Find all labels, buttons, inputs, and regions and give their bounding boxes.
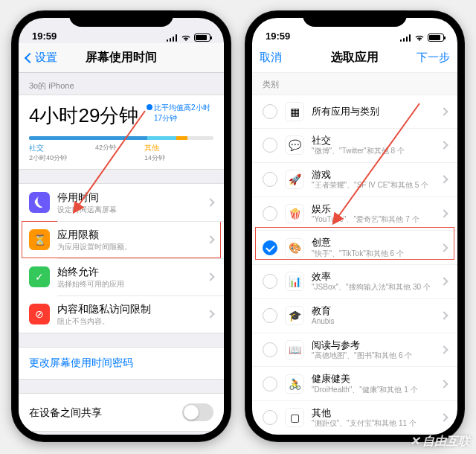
chevron-right-icon <box>440 107 448 115</box>
settings-row[interactable]: ⏾ 停用时间设定时间远离屏幕 <box>19 184 224 221</box>
category-title: 健康健美 <box>312 373 434 385</box>
nav-bar: 设置 屏幕使用时间 <box>19 43 224 73</box>
checkbox[interactable] <box>263 410 277 425</box>
clock: 19:59 <box>266 31 290 42</box>
badge-dot-icon <box>147 104 152 110</box>
chevron-right-icon <box>206 310 214 318</box>
category-row[interactable]: 🍿 娱乐"YouTube"、"爱奇艺"和其他 7 个 <box>252 196 457 231</box>
legend-value: 2小时40分钟 <box>29 153 67 163</box>
category-subtitle: "快手"、"TikTok"和其他 6 个 <box>312 249 434 259</box>
legend-label: 社交 <box>29 143 67 153</box>
chevron-left-icon <box>25 52 35 63</box>
checkbox[interactable] <box>263 138 277 153</box>
checkbox[interactable] <box>263 274 277 289</box>
category-subtitle: "JSBox"、"搜狗输入法"和其他 30 个 <box>312 283 434 292</box>
category-row[interactable]: 🎓 教育Anubis <box>252 298 457 333</box>
row-title: 应用限额 <box>57 228 200 241</box>
category-title: 其他 <box>312 407 434 419</box>
chevron-right-icon <box>206 235 214 243</box>
nav-bar: 取消 选取应用 下一步 <box>252 43 457 73</box>
category-icon: 🚴 <box>285 374 304 394</box>
chevron-right-icon <box>206 272 214 281</box>
category-row[interactable]: ▦ 所有应用与类别 <box>252 95 457 128</box>
share-toggle[interactable] <box>182 403 213 421</box>
category-row[interactable]: 📖 阅读与参考"高德地图"、"图书"和其他 6 个 <box>252 333 457 367</box>
usage-summary[interactable]: 4小时29分钟 比平均值高2小时17分钟 社交2小时40分钟42分钟其他14分钟 <box>19 95 224 170</box>
device-owner: 3o的 iPhone <box>19 73 224 95</box>
change-passcode-link[interactable]: 更改屏幕使用时间密码 <box>19 347 224 380</box>
category-title: 娱乐 <box>312 203 434 215</box>
category-row[interactable]: 💬 社交"微博"、"Twitter"和其他 8 个 <box>252 128 457 162</box>
category-icon: 📖 <box>285 340 304 359</box>
category-icon: 💬 <box>285 135 304 155</box>
legend-item: 42分钟 <box>95 143 116 163</box>
category-title: 所有应用与类别 <box>312 106 434 118</box>
checkbox[interactable] <box>263 104 277 119</box>
legend-item: 社交2小时40分钟 <box>29 143 67 163</box>
category-subtitle: "YouTube"、"爱奇艺"和其他 7 个 <box>312 215 434 225</box>
usage-legend: 社交2小时40分钟42分钟其他14分钟 <box>29 143 213 163</box>
category-icon: ▦ <box>285 102 304 121</box>
row-icon: ✓ <box>29 266 50 287</box>
checkbox[interactable] <box>263 377 277 391</box>
wifi-icon <box>181 34 191 42</box>
checkbox[interactable] <box>263 172 277 187</box>
category-subtitle: Anubis <box>312 317 434 327</box>
content-scroll[interactable]: 3o的 iPhone 4小时29分钟 比平均值高2小时17分钟 社交2小时40分… <box>19 73 224 435</box>
category-subtitle: "高德地图"、"图书"和其他 6 个 <box>312 351 434 361</box>
chevron-right-icon <box>440 345 448 354</box>
legend-label: 其他 <box>144 143 165 153</box>
category-icon: 🚀 <box>285 170 304 189</box>
checkbox[interactable] <box>263 240 277 255</box>
watermark: ✕ 自由互联 <box>410 434 470 450</box>
compare-badge: 比平均值高2小时17分钟 <box>147 103 213 124</box>
total-time: 4小时29分钟 <box>29 103 138 129</box>
phone-right: 19:59 取消 选取应用 下一步 类别 ▦ 所有应用与类别 💬 社交"微博"、… <box>245 10 465 442</box>
chevron-right-icon <box>440 278 448 286</box>
category-title: 社交 <box>312 135 434 147</box>
signal-icon <box>400 34 411 42</box>
back-label: 设置 <box>35 51 57 65</box>
row-icon: ⏾ <box>29 192 50 213</box>
battery-icon <box>428 33 444 42</box>
category-subtitle: "微博"、"Twitter"和其他 8 个 <box>312 147 434 156</box>
notch <box>303 10 407 27</box>
screen-left: 19:59 设置 屏幕使用时间 3o的 iPhone 4小时29分钟 <box>19 18 224 435</box>
row-icon: ⊘ <box>29 304 50 324</box>
next-button[interactable]: 下一步 <box>405 51 450 65</box>
row-title: 始终允许 <box>57 265 200 278</box>
category-title: 创意 <box>312 237 434 249</box>
chevron-right-icon <box>440 209 448 217</box>
category-row[interactable]: 📊 效率"JSBox"、"搜狗输入法"和其他 30 个 <box>252 264 457 298</box>
category-subtitle: "王者荣耀"、"SF IV CE"和其他 5 个 <box>312 181 434 191</box>
category-icon: 🎨 <box>285 238 304 258</box>
share-row[interactable]: 在设备之间共享 <box>19 394 224 431</box>
back-button[interactable]: 设置 <box>26 51 71 65</box>
row-subtitle: 阻止不当内容。 <box>57 316 200 326</box>
chevron-right-icon <box>440 311 448 319</box>
category-row[interactable]: 🎨 创意"快手"、"TikTok"和其他 6 个 <box>252 230 457 264</box>
row-subtitle: 选择始终可用的应用 <box>57 279 200 289</box>
category-row[interactable]: 🚀 游戏"王者荣耀"、"SF IV CE"和其他 5 个 <box>252 162 457 196</box>
category-subtitle: "测距仪"、"支付宝"和其他 11 个 <box>312 419 434 429</box>
settings-row[interactable]: ✓ 始终允许选择始终可用的应用 <box>19 258 224 295</box>
checkbox[interactable] <box>263 206 277 221</box>
screen-right: 19:59 取消 选取应用 下一步 类别 ▦ 所有应用与类别 💬 社交"微博"、… <box>252 18 457 435</box>
settings-row[interactable]: ⏳ 应用限额为应用设置时间限额。 <box>19 221 224 258</box>
chevron-right-icon <box>440 414 448 422</box>
category-title: 阅读与参考 <box>312 339 434 351</box>
status-icons <box>167 33 210 42</box>
cancel-button[interactable]: 取消 <box>260 51 304 65</box>
category-icon: 📊 <box>285 272 304 291</box>
category-list: ▦ 所有应用与类别 💬 社交"微博"、"Twitter"和其他 8 个 🚀 游戏… <box>252 95 457 435</box>
settings-row[interactable]: ⊘ 内容和隐私访问限制阻止不当内容。 <box>19 295 224 333</box>
category-title: 教育 <box>312 305 434 317</box>
category-subtitle: "DroiHealth"、"健康"和其他 1 个 <box>312 386 434 395</box>
checkbox[interactable] <box>263 342 277 357</box>
category-icon: 🎓 <box>285 306 304 325</box>
signal-icon <box>167 34 178 42</box>
content-scroll[interactable]: 类别 ▦ 所有应用与类别 💬 社交"微博"、"Twitter"和其他 8 个 🚀… <box>252 73 457 435</box>
checkbox[interactable] <box>263 308 277 323</box>
category-row[interactable]: 🚴 健康健美"DroiHealth"、"健康"和其他 1 个 <box>252 366 457 400</box>
category-row[interactable]: ▢ 其他"测距仪"、"支付宝"和其他 11 个 <box>252 400 457 435</box>
